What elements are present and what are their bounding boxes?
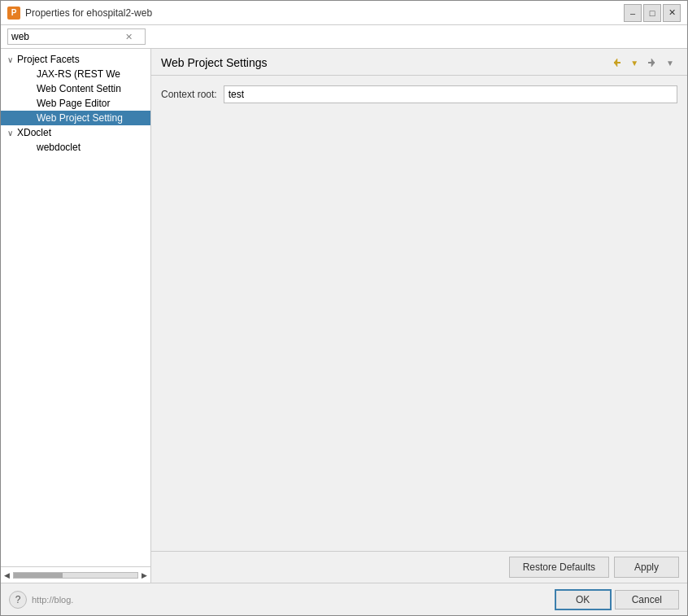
back-arrow-icon (611, 57, 622, 68)
nav-buttons: ▼ ▼ (607, 55, 677, 70)
tree-toggle-xdoclet: ∨ (4, 127, 15, 138)
tree-label-xdoclet: XDoclet (15, 127, 51, 138)
maximize-button[interactable]: □ (643, 4, 661, 22)
close-button[interactable]: ✕ (663, 4, 681, 22)
search-clear-button[interactable]: ✕ (125, 32, 133, 42)
main-content: ∨ Project Facets JAX-RS (REST We Web Con… (1, 49, 687, 583)
cancel-button[interactable]: Cancel (615, 590, 679, 609)
scroll-right-arrow[interactable]: ▶ (142, 571, 147, 579)
search-wrapper: ✕ (7, 28, 146, 45)
right-content: Context root: (151, 76, 687, 551)
tree-item-project-facets[interactable]: ∨ Project Facets (1, 52, 150, 67)
left-panel: ∨ Project Facets JAX-RS (REST We Web Con… (1, 49, 151, 583)
tree-toggle-jax-rs (24, 68, 35, 80)
window-controls: – □ ✕ (624, 4, 681, 22)
search-input[interactable] (11, 31, 125, 42)
title-bar: P Properties for ehospital2-web – □ ✕ (1, 1, 687, 25)
tree-toggle-web-project-setting (24, 112, 35, 124)
nav-dropdown-forward-button[interactable]: ▼ (663, 57, 677, 69)
restore-defaults-button[interactable]: Restore Defaults (509, 557, 609, 578)
svg-rect-3 (648, 62, 655, 63)
tree-toggle-project-facets: ∨ (4, 54, 15, 65)
context-root-label: Context root: (161, 89, 217, 100)
ok-button[interactable]: OK (555, 589, 612, 610)
context-root-row: Context root: (161, 85, 677, 103)
app-icon: P (7, 7, 20, 20)
right-panel-title: Web Project Settings (161, 56, 267, 69)
tree-label-webdoclet: webdoclet (35, 142, 81, 153)
tree-toggle-webdoclet (24, 142, 35, 153)
tree-item-jax-rs[interactable]: JAX-RS (REST We (1, 67, 150, 81)
tree-item-xdoclet[interactable]: ∨ XDoclet (1, 125, 150, 140)
scroll-left-arrow[interactable]: ◀ (4, 571, 10, 579)
scroll-track[interactable] (13, 572, 138, 579)
svg-rect-1 (614, 62, 621, 63)
bottom-action-bar: Restore Defaults Apply (151, 551, 687, 583)
context-root-input[interactable] (224, 85, 677, 103)
footer-left: ? http://blog. (9, 591, 73, 609)
forward-arrow-icon (647, 57, 658, 68)
tree-toggle-web-page-editor (24, 98, 35, 109)
apply-button[interactable]: Apply (614, 557, 679, 578)
footer-buttons: OK Cancel (555, 589, 679, 610)
footer-bar: ? http://blog. OK Cancel (1, 583, 687, 615)
right-panel: Web Project Settings ▼ (151, 49, 687, 583)
dialog-title: Properties for ehospital2-web (25, 7, 152, 19)
tree-toggle-web-content-settings (24, 83, 35, 94)
minimize-button[interactable]: – (624, 4, 642, 22)
tree-label-project-facets: Project Facets (15, 54, 80, 65)
nav-dropdown-back-button[interactable]: ▼ (627, 57, 642, 69)
nav-forward-button[interactable] (643, 55, 661, 70)
tree-area: ∨ Project Facets JAX-RS (REST We Web Con… (1, 49, 150, 566)
right-header: Web Project Settings ▼ (151, 49, 687, 76)
tree-label-jax-rs: JAX-RS (REST We (35, 68, 120, 80)
dialog-window: P Properties for ehospital2-web – □ ✕ ✕ … (0, 0, 688, 616)
tree-label-web-content-settings: Web Content Settin (35, 83, 121, 94)
scroll-thumb (14, 573, 63, 578)
nav-back-button[interactable] (607, 55, 625, 70)
left-panel-scrollbar-area: ◀ ▶ (1, 566, 150, 583)
tree-item-webdoclet[interactable]: webdoclet (1, 140, 150, 155)
title-bar-left: P Properties for ehospital2-web (7, 7, 152, 20)
help-button[interactable]: ? (9, 591, 27, 609)
tree-item-web-content-settings[interactable]: Web Content Settin (1, 81, 150, 96)
tree-label-web-project-setting: Web Project Setting (35, 112, 123, 124)
search-bar: ✕ (1, 25, 687, 49)
tree-label-web-page-editor: Web Page Editor (35, 98, 111, 109)
footer-url-text: http://blog. (32, 595, 73, 605)
tree-item-web-page-editor[interactable]: Web Page Editor (1, 96, 150, 111)
tree-item-web-project-setting[interactable]: Web Project Setting (1, 111, 150, 125)
